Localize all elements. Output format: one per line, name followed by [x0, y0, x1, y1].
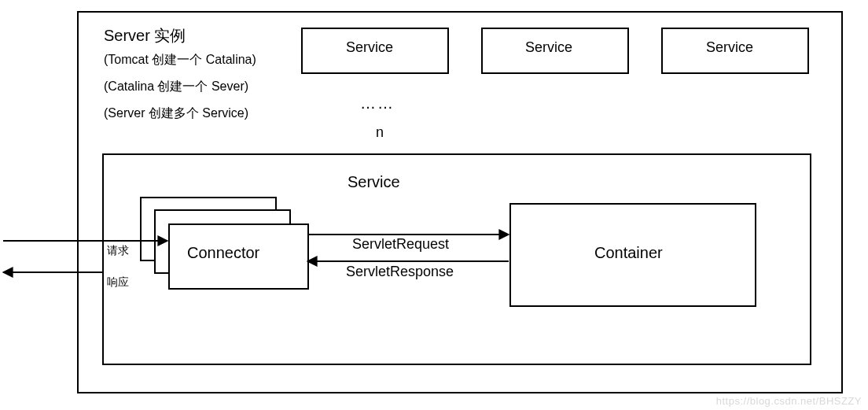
top-services-n: n	[376, 124, 384, 141]
server-note-2: (Catalina 创建一个 Sever)	[104, 79, 248, 95]
top-services-ellipsis: ……	[360, 94, 395, 113]
connector-label: Connector	[187, 244, 259, 262]
server-title: Server 实例	[104, 25, 186, 46]
servlet-response-label: ServletResponse	[346, 264, 454, 280]
service-box-title: Service	[348, 173, 400, 191]
top-service-a-label: Service	[346, 39, 393, 56]
container-label: Container	[594, 244, 663, 262]
top-service-c-label: Service	[706, 39, 753, 56]
servlet-request-label: ServletRequest	[352, 236, 449, 253]
top-service-b-label: Service	[525, 39, 572, 56]
server-note-1: (Tomcat 创建一个 Catalina)	[104, 52, 256, 68]
server-note-3: (Server 创建多个 Service)	[104, 105, 248, 122]
watermark: https://blog.csdn.net/BHSZZY	[716, 395, 862, 407]
response-label: 响应	[107, 275, 129, 290]
request-label: 请求	[107, 244, 129, 258]
